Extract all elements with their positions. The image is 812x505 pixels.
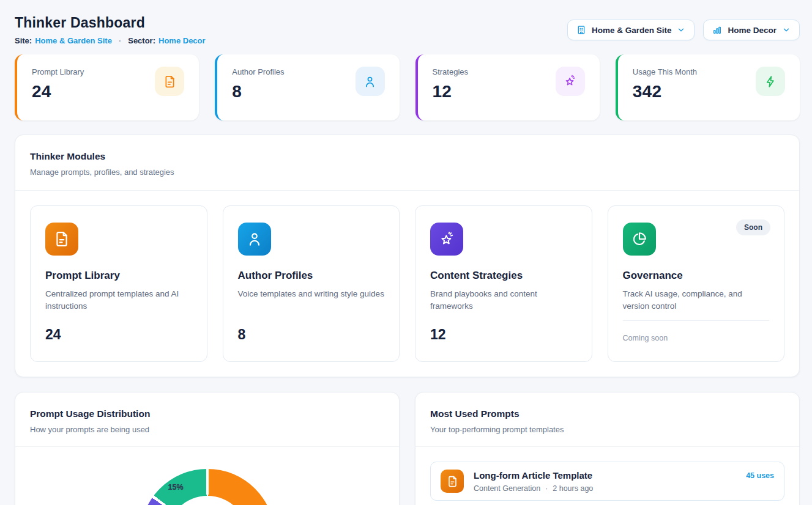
usage-card-header: Prompt Usage Distribution How your promp…	[15, 393, 399, 447]
prompt-list: Long-form Article Template Content Gener…	[415, 447, 799, 505]
sector-selector-label: Home Decor	[728, 26, 777, 35]
most-used-subtitle: Your top-performing prompt templates	[430, 425, 784, 434]
most-used-prompts-card: Most Used Prompts Your top-performing pr…	[415, 392, 800, 505]
site-selector-label: Home & Garden Site	[592, 26, 672, 35]
module-description: Track AI usage, compliance, and version …	[623, 288, 770, 313]
donut-segment-label: 15%	[168, 483, 184, 492]
modules-panel-title: Thinker Modules	[30, 151, 784, 162]
prompt-category: Content Generation	[474, 484, 540, 493]
file-text-icon	[155, 67, 184, 96]
module-title: Content Strategies	[430, 270, 577, 282]
most-used-header: Most Used Prompts Your top-performing pr…	[415, 393, 799, 447]
chevron-down-icon	[677, 26, 685, 34]
page-title: Thinker Dashboard	[15, 15, 206, 31]
most-used-title: Most Used Prompts	[430, 408, 784, 419]
modules-panel-subtitle: Manage prompts, profiles, and strategies	[30, 168, 784, 177]
stat-card-usage: Usage This Month 342	[616, 54, 800, 120]
usage-card-subtitle: How your prompts are being used	[30, 425, 384, 434]
module-count: 12	[430, 326, 577, 343]
sector-selector-dropdown[interactable]: Home Decor	[703, 20, 800, 40]
pie-chart-icon	[623, 223, 656, 256]
user-icon	[238, 223, 271, 256]
user-icon	[356, 67, 385, 96]
module-card-content-strategies[interactable]: Content Strategies Brand playbooks and c…	[415, 205, 592, 362]
prompt-usage-card: Prompt Usage Distribution How your promp…	[15, 392, 400, 505]
bottom-row: Prompt Usage Distribution How your promp…	[15, 392, 800, 505]
module-description: Brand playbooks and content frameworks	[430, 288, 577, 313]
prompt-time: 2 hours ago	[553, 484, 593, 493]
lightning-icon	[756, 67, 785, 96]
module-title: Governance	[623, 270, 770, 282]
coming-soon-text: Coming soon	[623, 334, 668, 342]
stats-row: Prompt Library 24 Author Profiles 8 Stra…	[15, 54, 800, 120]
page-header: Thinker Dashboard Site: Home & Garden Si…	[15, 15, 800, 45]
donut-chart: 15%	[140, 469, 275, 505]
module-description: Centralized prompt templates and AI inst…	[45, 288, 192, 313]
soon-badge: Soon	[736, 219, 770, 235]
sparkle-star-icon	[430, 223, 463, 256]
site-selector-dropdown[interactable]: Home & Garden Site	[567, 20, 695, 40]
list-item-long-form-article[interactable]: Long-form Article Template Content Gener…	[430, 462, 784, 501]
prompt-item-meta: Content Generation · 2 hours ago	[474, 484, 736, 493]
file-text-icon	[45, 223, 78, 256]
sector-link[interactable]: Home Decor	[158, 36, 206, 45]
modules-panel-header: Thinker Modules Manage prompts, profiles…	[15, 135, 799, 191]
prompt-item-title: Long-form Article Template	[474, 470, 736, 481]
prompt-item-body: Long-form Article Template Content Gener…	[474, 470, 736, 493]
sparkle-star-icon	[556, 67, 585, 96]
module-footer: Coming soon	[623, 320, 770, 343]
prompt-uses-badge: 45 uses	[746, 471, 774, 480]
module-card-governance[interactable]: Soon Governance Track AI usage, complian…	[608, 205, 785, 362]
bar-chart-icon	[712, 25, 722, 35]
breadcrumb: Site: Home & Garden Site · Sector: Home …	[15, 36, 206, 45]
header-left: Thinker Dashboard Site: Home & Garden Si…	[15, 15, 206, 45]
module-title: Prompt Library	[45, 270, 192, 282]
thinker-modules-panel: Thinker Modules Manage prompts, profiles…	[15, 135, 800, 377]
site-label: Site:	[15, 36, 32, 45]
modules-grid: Prompt Library Centralized prompt templa…	[15, 191, 799, 377]
sector-label: Sector:	[128, 36, 155, 45]
usage-card-title: Prompt Usage Distribution	[30, 408, 384, 419]
module-count: 24	[45, 326, 192, 343]
module-card-prompt-library[interactable]: Prompt Library Centralized prompt templa…	[30, 205, 207, 362]
meta-separator: ·	[545, 484, 548, 493]
module-card-author-profiles[interactable]: Author Profiles Voice templates and writ…	[223, 205, 400, 362]
module-title: Author Profiles	[238, 270, 385, 282]
header-selectors: Home & Garden Site Home Decor	[567, 20, 800, 40]
module-count: 8	[238, 326, 385, 343]
stat-card-author-profiles: Author Profiles 8	[215, 54, 399, 120]
stat-card-prompt-library: Prompt Library 24	[15, 54, 199, 120]
chevron-down-icon	[782, 26, 791, 34]
module-description: Voice templates and writing style guides	[238, 288, 385, 300]
meta-separator: ·	[119, 36, 121, 45]
stat-card-strategies: Strategies 12	[415, 54, 600, 120]
site-link[interactable]: Home & Garden Site	[35, 36, 112, 45]
building-icon	[576, 25, 586, 35]
file-text-icon	[441, 470, 464, 493]
dashboard-page: Thinker Dashboard Site: Home & Garden Si…	[0, 0, 812, 505]
